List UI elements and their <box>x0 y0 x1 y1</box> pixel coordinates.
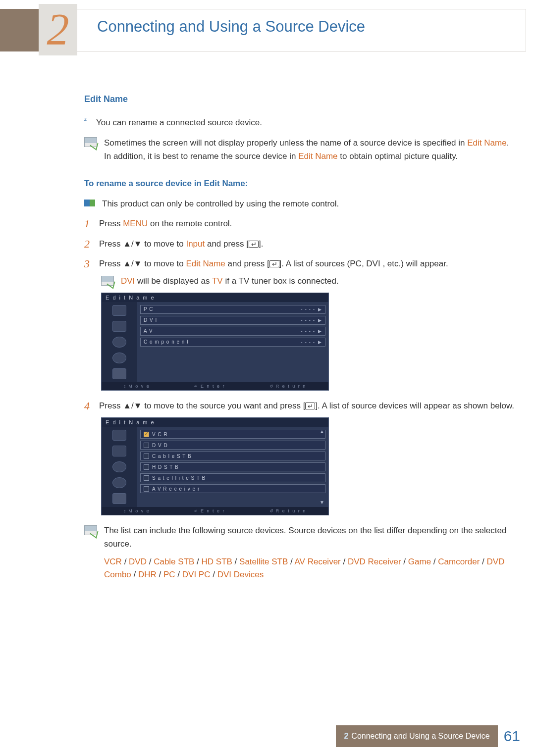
down-arrow-icon <box>134 401 142 410</box>
osd-icon-input <box>112 321 126 332</box>
osd2-title: E d i t N a m e <box>102 418 328 427</box>
enter-icon <box>269 260 279 267</box>
remote-icon <box>84 200 95 206</box>
intro-text: You can rename a connected source device… <box>96 116 262 129</box>
device-name: Camcorder <box>438 557 480 566</box>
up-arrow-icon <box>123 239 131 249</box>
device-name: HD STB <box>202 557 232 566</box>
device-name: DVI Devices <box>217 570 264 579</box>
checkbox-icon <box>144 432 149 437</box>
osd2-main: V C R D V D C a b l e S T B H D S T B S … <box>137 427 328 507</box>
page-footer: 2Connecting and Using a Source Device 61 <box>336 725 526 747</box>
osd1-title: E d i t N a m e <box>102 293 328 302</box>
up-arrow-icon <box>123 401 131 410</box>
note-icon <box>101 276 114 286</box>
step2-mid: to move to <box>142 239 186 249</box>
osd1-foot-move: M o v e <box>124 384 150 389</box>
checkbox-icon <box>144 475 149 481</box>
page-number: 61 <box>498 725 526 747</box>
checkbox-icon <box>144 454 149 459</box>
note-1: Sometimes the screen will not display pr… <box>84 136 515 163</box>
footer-chapter: 2 <box>344 732 348 740</box>
step1-menu: MENU <box>123 219 148 228</box>
osd2-foot-enter: E n t e r <box>194 508 225 513</box>
step-4: 4 Press / to move to the source you want… <box>84 400 515 412</box>
device-name: DVD <box>129 557 147 566</box>
device-name: Game <box>408 557 431 566</box>
checkbox-icon <box>144 486 149 492</box>
osd-icon-input <box>112 446 126 456</box>
enter-icon <box>249 241 259 248</box>
osd-icon-picture <box>112 305 126 316</box>
osd1-row-pc: P C- - - -▶ <box>140 305 325 314</box>
osd1-row-av: A V- - - -▶ <box>140 327 325 336</box>
step2-input: Input <box>186 239 205 249</box>
osd1-footer: M o v e E n t e r R e t u r n <box>102 382 328 390</box>
note-icon <box>84 137 97 147</box>
step2-pre: Press <box>99 239 123 249</box>
step4-mid: to move to the source you want and press… <box>142 401 306 410</box>
step-1: 1 Press MENU on the remote control. <box>84 217 515 230</box>
step4-post: ]. A list of source devices will appear … <box>315 401 514 410</box>
osd1-main: P C- - - -▶ D V I- - - -▶ A V- - - -▶ C … <box>137 302 328 382</box>
step3note-mid: will be displayed as <box>135 276 212 286</box>
osd-icon-network <box>112 461 126 472</box>
osd-editname-devices: E d i t N a m e V C R D V D C a b l e S … <box>101 417 329 515</box>
step3-mid: to move to <box>142 259 186 268</box>
step2-close: ]. <box>259 239 263 249</box>
scroll-down-icon: ▼ <box>320 500 327 505</box>
device-name: AV Receiver <box>295 557 341 566</box>
osd-editname-sources: E d i t N a m e P C- - - -▶ D V I- - - -… <box>101 293 329 391</box>
bullet-icon: z <box>84 116 96 122</box>
step1-post: on the remote control. <box>148 219 232 228</box>
osd-icon-picture <box>112 430 126 441</box>
osd-icon-system <box>112 353 126 363</box>
device-name: Satellite STB <box>239 557 288 566</box>
device-name: PC <box>163 570 175 579</box>
osd2-foot-move: M o v e <box>124 508 150 513</box>
step2-post: and press [ <box>205 239 249 249</box>
footer-title: Connecting and Using a Source Device <box>351 732 489 740</box>
note1-post: to obtain optimal picture quality. <box>338 151 458 161</box>
osd2-foot-return: R e t u r n <box>269 508 307 513</box>
step-num-1: 1 <box>84 217 96 230</box>
note1-editname-2: Edit Name <box>298 151 337 161</box>
osd-side-icons <box>102 427 137 507</box>
note1-editname-1: Edit Name <box>467 138 506 148</box>
device-list: VCR / DVD / Cable STB / HD STB / Satelli… <box>104 555 515 582</box>
down-arrow-icon <box>134 239 142 249</box>
step3-pre: Press <box>99 259 123 268</box>
scroll-up-icon: ▲ <box>320 429 327 434</box>
device-name: DVI PC <box>182 570 211 579</box>
osd2-footer: M o v e E n t e r R e t u r n <box>102 507 328 515</box>
osd1-foot-enter: E n t e r <box>194 384 225 389</box>
step-num-3: 3 <box>84 257 96 270</box>
osd2-row-satstb: S a t e l l i t e S T B <box>140 473 325 482</box>
osd1-foot-return: R e t u r n <box>269 384 307 389</box>
checkbox-icon <box>144 443 149 448</box>
osd-icon-system <box>112 477 126 488</box>
step-num-2: 2 <box>84 238 96 251</box>
step1-pre: Press <box>99 219 123 228</box>
device-name: Cable STB <box>154 557 194 566</box>
step-2: 2 Press / to move to Input and press []. <box>84 238 515 251</box>
chapter-number-box: 2 <box>39 4 77 55</box>
osd-icon-support <box>112 368 126 379</box>
chapter-title: Connecting and Using a Source Device <box>97 18 365 36</box>
up-arrow-icon <box>123 259 131 268</box>
intro-bullet-row: z You can rename a connected source devi… <box>84 116 515 129</box>
device-name: DHR <box>138 570 157 579</box>
osd2-row-dvd: D V D <box>140 441 325 450</box>
chapter-number: 2 <box>47 7 69 52</box>
remote-note: This product can only be controlled by u… <box>84 198 515 210</box>
osd2-row-cablestb: C a b l e S T B <box>140 452 325 460</box>
step3note-tv: TV <box>212 276 223 286</box>
osd-icon-support <box>112 493 126 504</box>
source-list-note: The list can include the following sourc… <box>84 524 515 581</box>
step3note-dvi: DVI <box>121 276 135 286</box>
osd-side-icons <box>102 302 137 382</box>
step3note-post: if a TV tuner box is connected. <box>223 276 339 286</box>
note1-pre: Sometimes the screen will not display pr… <box>104 138 467 148</box>
device-name: VCR <box>104 557 122 566</box>
osd2-row-avrec: A V R e c e i v e r <box>140 484 325 493</box>
